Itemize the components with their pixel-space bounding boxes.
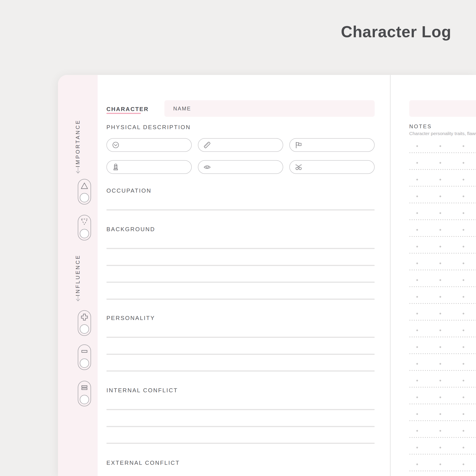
selection-circle[interactable]: [80, 395, 89, 404]
triangle-down-dashed-icon: [80, 218, 88, 225]
ruled-line: [106, 265, 375, 266]
importance-option-major[interactable]: [78, 179, 91, 204]
physical-field-glasses[interactable]: [289, 160, 375, 174]
importance-influence-sidebar: IMPORTANCE INFLUENCE: [58, 75, 98, 476]
ruled-line: [106, 354, 375, 355]
background-write-lines[interactable]: [106, 248, 375, 315]
physical-field-hair[interactable]: [106, 160, 192, 174]
influence-label: INFLUENCE: [58, 258, 98, 293]
ruled-line: [106, 299, 375, 300]
plus-icon: [80, 313, 88, 321]
personality-write-lines[interactable]: [106, 337, 375, 387]
notes-hint: Character personality traits, flaws: [409, 131, 476, 136]
flag-icon: [295, 141, 303, 149]
section-label-personality: PERSONALITY: [106, 315, 155, 322]
selection-circle[interactable]: [80, 324, 89, 334]
glasses-icon: [295, 163, 303, 171]
page-title: Character Log: [341, 23, 451, 41]
section-label-occupation: OCCUPATION: [106, 187, 151, 194]
minus-icon: [80, 348, 88, 355]
physical-field-nationality[interactable]: [289, 138, 375, 152]
ruler-icon: [203, 141, 211, 149]
influence-option-negative[interactable]: [78, 344, 91, 370]
section-label-external-conflict: EXTERNAL CONFLICT: [106, 459, 180, 466]
equals-icon: [80, 384, 88, 391]
physical-field-height[interactable]: [198, 138, 283, 152]
influence-option-neutral[interactable]: [78, 381, 91, 406]
planner-page: IMPORTANCE INFLUENCE: [58, 75, 476, 476]
section-label-background: BACKGROUND: [106, 226, 155, 233]
ruled-line: [106, 409, 375, 410]
ruled-line: [106, 426, 375, 427]
ruled-line: [106, 371, 375, 372]
section-label-physical-description: PHYSICAL DESCRIPTION: [106, 124, 191, 131]
occupation-write-lines[interactable]: [106, 209, 375, 226]
clock-icon: [112, 141, 120, 149]
section-label-internal-conflict: INTERNAL CONFLICT: [106, 387, 178, 394]
down-arrow-icon: [75, 295, 81, 302]
selection-circle[interactable]: [80, 193, 89, 202]
eye-icon: [203, 163, 211, 171]
physical-field-eyes[interactable]: [198, 160, 283, 174]
ruled-line: [106, 337, 375, 338]
ruled-line: [106, 209, 375, 210]
notes-title-field[interactable]: [409, 100, 476, 117]
notes-dot-grid[interactable]: [409, 143, 476, 476]
barber-pole-icon: [112, 163, 120, 171]
importance-option-minor[interactable]: [78, 215, 91, 240]
screen: { "title": "Character Log", "colors": { …: [0, 0, 476, 476]
triangle-up-icon: [80, 182, 88, 189]
influence-option-positive[interactable]: [78, 310, 91, 336]
ruled-line: [106, 443, 375, 444]
down-arrow-icon: [75, 167, 81, 174]
notes-label: NOTES: [409, 123, 432, 130]
ruled-line: [106, 248, 375, 249]
tab-active-underline: [106, 113, 141, 114]
page-divider: [390, 75, 391, 476]
selection-circle[interactable]: [80, 229, 89, 238]
selection-circle[interactable]: [80, 358, 89, 368]
name-field-label: NAME: [164, 100, 375, 117]
name-field[interactable]: NAME: [164, 100, 375, 117]
importance-label: IMPORTANCE: [58, 124, 98, 162]
ruled-line: [106, 282, 375, 283]
tab-character[interactable]: CHARACTER: [106, 106, 149, 113]
internal-conflict-write-lines[interactable]: [106, 409, 375, 460]
physical-field-age[interactable]: [106, 138, 192, 152]
